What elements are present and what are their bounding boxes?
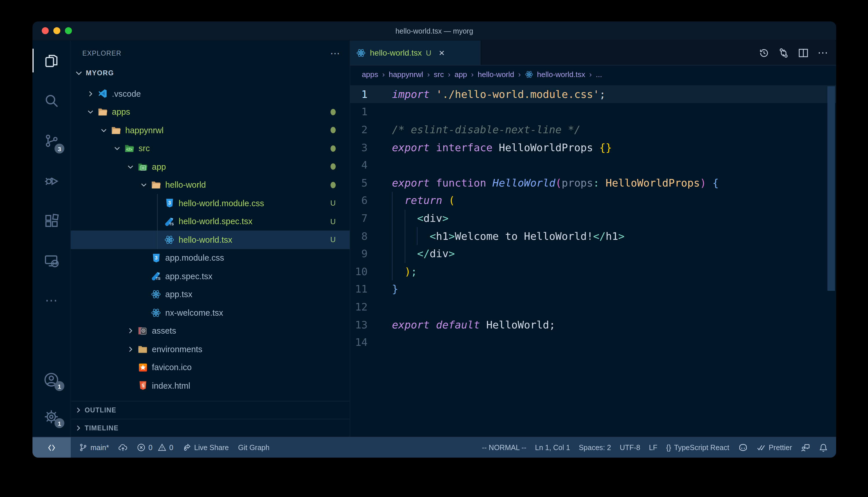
copilot-icon	[738, 442, 748, 452]
code-line[interactable]: 12	[350, 298, 836, 315]
code-line[interactable]: 11 }	[350, 280, 836, 298]
compare-changes-icon[interactable]	[778, 47, 789, 58]
tree-root-myorg[interactable]: MYORG	[71, 66, 350, 80]
remote-indicator[interactable]	[32, 437, 71, 458]
section-timeline[interactable]: TIMELINE	[71, 419, 350, 437]
tree-item-app-spec-tsx[interactable]: TS app.spec.tsx	[71, 267, 350, 285]
split-editor-icon[interactable]	[798, 47, 809, 58]
breadcrumb-item[interactable]: app	[455, 70, 467, 79]
code-line[interactable]: 14	[350, 333, 836, 351]
tab-hello-world-tsx[interactable]: hello-world.tsx U ×	[350, 41, 481, 65]
line-number: 9	[350, 247, 392, 259]
css-icon: 3	[164, 198, 175, 208]
problems-item[interactable]: 0 0	[137, 443, 174, 452]
breadcrumb-item[interactable]: src	[434, 70, 444, 79]
code-line[interactable]: 7 <div>	[350, 209, 836, 227]
explorer-more-actions[interactable]: ⋯	[330, 47, 340, 59]
feedback-item[interactable]	[801, 443, 810, 452]
code-line[interactable]: 1 import './hello-world.module.css';	[350, 85, 836, 103]
window-title: hello-world.tsx — myorg	[32, 22, 836, 41]
tree-item-hello-world-tsx[interactable]: hello-world.tsx U	[71, 230, 350, 249]
code-line[interactable]: 4	[350, 156, 836, 174]
code-line[interactable]: 3 export interface HelloWorldProps {}	[350, 139, 836, 156]
line-number: 13	[350, 318, 392, 330]
ellipsis-icon: ⋯	[45, 293, 58, 308]
tab-git-badge: U	[426, 48, 431, 57]
activity-run-debug[interactable]	[32, 160, 70, 200]
test-tsx-icon: TS	[164, 217, 175, 227]
tree-item-hello-world[interactable]: hello-world	[71, 176, 350, 194]
live-share-item[interactable]: Live Share	[183, 443, 229, 452]
breadcrumb-item[interactable]: ...	[596, 70, 602, 79]
settings-button[interactable]: 1	[32, 398, 70, 435]
indent-guide	[392, 192, 392, 280]
eol-item[interactable]: LF	[649, 443, 657, 452]
code-area[interactable]: 1 import './hello-world.module.css'; 1 2…	[350, 83, 836, 437]
bell-icon	[819, 443, 828, 452]
files-icon	[44, 53, 59, 68]
code-line[interactable]: 6 return (	[350, 191, 836, 209]
editor-scrollbar[interactable]	[827, 86, 835, 291]
encoding-item[interactable]: UTF-8	[620, 443, 640, 452]
breadcrumb-item[interactable]: happynrwl	[389, 70, 423, 79]
more-actions-icon[interactable]: ⋯	[817, 46, 828, 59]
vim-mode-item[interactable]: -- NORMAL --	[482, 443, 526, 452]
indentation-item[interactable]: Spaces: 2	[579, 443, 611, 452]
tree-item-nx-welcome-tsx[interactable]: nx-welcome.tsx	[71, 303, 350, 322]
line-number: 11	[350, 283, 392, 295]
svg-text:3: 3	[154, 255, 157, 261]
code-line[interactable]: 8 <h1>Welcome to HelloWorld!</h1>	[350, 227, 836, 245]
tree-item-apps[interactable]: apps	[71, 103, 350, 121]
tree-item-app[interactable]: app	[71, 158, 350, 176]
tree-item-vscode[interactable]: .vscode	[71, 85, 350, 103]
tree-item-src[interactable]: </> src	[71, 139, 350, 158]
section-outline[interactable]: OUTLINE	[71, 401, 350, 419]
git-graph-item[interactable]: Git Graph	[238, 443, 269, 452]
vscode-window: hello-world.tsx — myorg 3 ⋯ 1	[32, 22, 836, 458]
extensions-icon	[44, 213, 59, 228]
activity-extensions[interactable]	[32, 200, 70, 240]
error-icon	[137, 443, 146, 452]
code-line[interactable]: 5 export function HelloWorld(props: Hell…	[350, 174, 836, 191]
folder-open-icon	[97, 107, 108, 117]
code-line[interactable]: 1	[350, 103, 836, 120]
tree-item-happynrwl[interactable]: happynrwl	[71, 121, 350, 139]
activity-source-control[interactable]: 3	[32, 120, 70, 160]
code-line[interactable]: 10 );	[350, 262, 836, 280]
line-number: 12	[350, 301, 392, 313]
screen: hello-world.tsx — myorg 3 ⋯ 1	[0, 0, 868, 497]
indent-guide	[417, 227, 417, 245]
tree-item-favicon-ico[interactable]: favicon.ico	[71, 358, 350, 377]
code-line[interactable]: 9 </div>	[350, 245, 836, 262]
sync-item[interactable]	[118, 443, 127, 452]
close-icon[interactable]: ×	[439, 48, 445, 58]
activity-explorer[interactable]	[32, 41, 70, 81]
breadcrumb-item-file[interactable]: hello-world.tsx	[525, 70, 585, 79]
breadcrumb-item[interactable]: hello-world	[478, 70, 514, 79]
tree-item-environments[interactable]: environments	[71, 340, 350, 358]
cloud-upload-icon	[118, 443, 127, 452]
language-mode-item[interactable]: {} TypeScript React	[666, 443, 729, 452]
cursor-position-item[interactable]: Ln 1, Col 1	[535, 443, 570, 452]
activity-search[interactable]	[32, 81, 70, 120]
activity-remote-explorer[interactable]	[32, 240, 70, 280]
code-line[interactable]: 2 /* eslint-disable-next-line */	[350, 120, 836, 138]
tree-item-app-tsx[interactable]: app.tsx	[71, 285, 350, 303]
tree-item-app-module-css[interactable]: 3 app.module.css	[71, 249, 350, 267]
git-modified-dot	[331, 145, 336, 152]
breadcrumb-item[interactable]: apps	[362, 70, 378, 79]
timeline-history-icon[interactable]	[758, 47, 769, 58]
accounts-button[interactable]: 1	[32, 361, 70, 398]
tree-item-index-html[interactable]: 5 index.html	[71, 377, 350, 395]
braces-icon: {}	[666, 443, 671, 452]
formatter-item[interactable]: Prettier	[756, 443, 792, 452]
tree-item-hello-world-module-css[interactable]: 3 hello-world.module.css U	[71, 194, 350, 212]
tree-item-assets[interactable]: assets	[71, 322, 350, 340]
notifications-item[interactable]	[819, 443, 828, 452]
branch-item[interactable]: main*	[79, 443, 109, 452]
code-line[interactable]: 13 export default HelloWorld;	[350, 315, 836, 333]
indent-guide	[157, 194, 158, 249]
copilot-item[interactable]	[738, 442, 748, 452]
activity-more[interactable]: ⋯	[32, 280, 70, 320]
tree-item-hello-world-spec-tsx[interactable]: TS hello-world.spec.tsx U	[71, 212, 350, 230]
